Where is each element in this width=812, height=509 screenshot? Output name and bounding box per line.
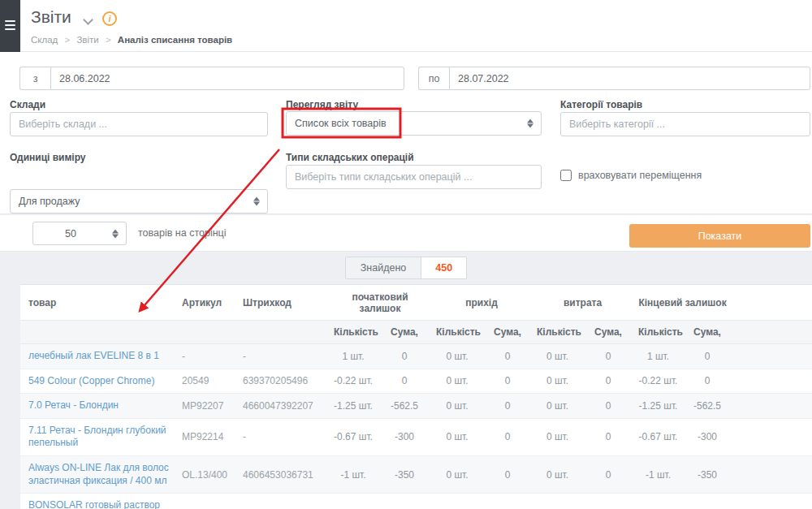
value-cell: 0 шт. [532, 394, 583, 419]
sidebar-strip[interactable] [0, 0, 20, 52]
code-cell: - [238, 418, 329, 455]
show-button[interactable]: Показати [629, 224, 810, 248]
breadcrumb-separator: > [65, 35, 71, 45]
table-header-group-row: товар Артикул Штрихкод початковий залишо… [20, 285, 812, 321]
product-link[interactable]: Always ON-LINE Лак для волос эластичная … [28, 462, 169, 486]
per-page-select[interactable]: 50 [32, 222, 127, 245]
value-cell: 0 [483, 455, 532, 493]
operation-types-label: Типи складських операцій [286, 152, 414, 163]
value-cell: 0 шт. [532, 344, 583, 369]
value-cell: 0 шт. [532, 455, 583, 493]
code-cell: 02-958 [177, 494, 238, 509]
subheader-quantity: Кількість [431, 321, 483, 344]
hamburger-icon[interactable] [5, 20, 15, 32]
col-sku: Артикул [177, 285, 238, 321]
code-cell: 4606453036731 [238, 455, 329, 493]
code-cell: 4660047392207 [238, 394, 329, 419]
categories-input[interactable] [560, 112, 810, 136]
chevron-down-icon[interactable] [83, 15, 93, 25]
value-cell: -350 [683, 455, 732, 493]
value-cell: -562.5 [378, 394, 431, 419]
table-row: BONSOLAR готовый раствор для дезинфекции… [20, 494, 812, 509]
report-view-select[interactable]: Список всіх товарів [286, 111, 542, 136]
value-cell: 0 шт. [431, 369, 483, 394]
filler-cell [732, 344, 812, 369]
breadcrumb-current: Аналіз списання товарів [118, 35, 232, 45]
controls-row: 50 товарів на сторінці Показати [0, 215, 812, 252]
include-transfers-checkbox[interactable] [560, 170, 572, 181]
breadcrumb-zvity[interactable]: Звіти [76, 35, 98, 45]
units-select[interactable]: Для продажу [10, 189, 268, 214]
value-cell: 0 [583, 418, 633, 455]
product-link[interactable]: BONSOLAR готовый раствор для дезинфекции… [28, 499, 162, 509]
product-cell: 7.11 Ретач - Блондин глубокий пепельный [20, 418, 177, 455]
value-cell: 0 [583, 394, 633, 419]
date-to-group: по [418, 67, 810, 90]
include-transfers-group: враховувати переміщення [560, 170, 702, 181]
value-cell: 2 шт. [633, 494, 683, 509]
subheader-quantity: Кількість [633, 321, 683, 344]
value-cell: 0 шт. [431, 494, 483, 509]
filler-cell [732, 369, 812, 394]
subheader-sum: Сума, [378, 321, 431, 344]
value-cell: -0.22 шт. [633, 369, 683, 394]
code-cell: 20549 [177, 369, 238, 394]
breadcrumb: Склад > Звіти > Аналіз списання товарів [31, 35, 232, 45]
info-icon[interactable]: i [102, 11, 117, 26]
value-cell: 0 [483, 394, 532, 419]
table-row: Always ON-LINE Лак для волос эластичная … [20, 455, 812, 493]
col-filler [732, 285, 812, 321]
product-link[interactable]: лечебный лак EVELINE 8 в 1 [28, 350, 159, 361]
date-to-input[interactable] [449, 67, 810, 90]
value-cell: 0 [483, 418, 532, 455]
table-row: 549 Colour (Copper Chrome)20549639370205… [20, 369, 812, 394]
value-cell: 0 [378, 369, 431, 394]
value-cell: 1 шт. [329, 344, 378, 369]
product-link[interactable]: 7.0 Ретач - Блондин [28, 399, 119, 411]
value-cell: -0.67 шт. [329, 418, 378, 455]
value-cell: 0 шт. [532, 494, 583, 509]
value-cell: -1 шт. [633, 455, 683, 493]
product-link[interactable]: 549 Colour (Copper Chrome) [28, 375, 154, 386]
select-arrows-icon [527, 119, 533, 128]
date-from-prefix: з [19, 67, 50, 90]
date-from-input[interactable] [50, 67, 404, 90]
breadcrumb-sklad[interactable]: Склад [31, 35, 58, 45]
value-cell: -0.22 шт. [329, 369, 378, 394]
value-cell: -1 шт. [329, 455, 378, 493]
value-cell: 0 [483, 369, 532, 394]
code-cell: OL.13/400 [177, 455, 238, 493]
app-header: Звіти i Склад > Звіти > Аналіз списання … [0, 0, 812, 52]
code-cell: - [238, 344, 329, 369]
value-cell: -1.25 шт. [633, 394, 683, 419]
code-cell: MP92207 [177, 394, 238, 419]
col-product: товар [20, 285, 177, 321]
table-body: лечебный лак EVELINE 8 в 1--1 шт.00 шт.0… [20, 344, 812, 509]
group-expense: витрата [532, 285, 633, 321]
warehouses-input[interactable] [10, 112, 268, 136]
warehouses-label: Склади [10, 99, 45, 110]
table-row: 7.11 Ретач - Блондин глубокий пепельныйM… [20, 418, 812, 455]
report-table: товар Артикул Штрихкод початковий залишо… [20, 285, 812, 509]
value-cell: 0 шт. [431, 394, 483, 419]
units-value: Для продажу [19, 196, 80, 207]
value-cell: 0 шт. [532, 369, 583, 394]
subheader-quantity: Кількість [532, 321, 583, 344]
product-link[interactable]: 7.11 Ретач - Блондин глубокий пепельный [28, 425, 166, 449]
report-table-wrap: товар Артикул Штрихкод початковий залишо… [20, 284, 812, 509]
value-cell: 0 [483, 344, 532, 369]
report-view-label: Перегляд звіту [286, 99, 358, 110]
breadcrumb-separator: > [106, 35, 111, 45]
table-row: 7.0 Ретач - БлондинMP922074660047392207-… [20, 394, 812, 419]
code-cell: - [177, 344, 238, 369]
value-cell: 2 шт. [329, 494, 378, 509]
value-cell: 0 шт. [431, 344, 483, 369]
value-cell: 0 [683, 369, 732, 394]
subheader-sum: Сума, [483, 321, 532, 344]
product-cell: Always ON-LINE Лак для волос эластичная … [20, 455, 177, 493]
value-cell: 736 [683, 494, 732, 509]
page-title: Звіти [31, 7, 71, 27]
operation-types-input[interactable] [286, 165, 542, 189]
categories-label: Категорії товарів [560, 99, 642, 110]
value-cell: 0 [483, 494, 532, 509]
